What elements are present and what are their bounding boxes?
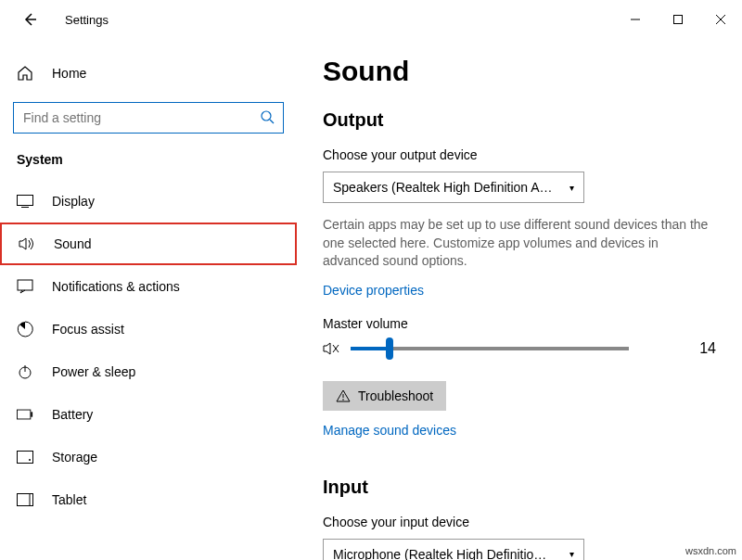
tablet-icon [17, 493, 33, 506]
focus-icon [17, 321, 33, 337]
home-icon [17, 65, 33, 82]
volume-value: 14 [699, 340, 716, 357]
sidebar-item-battery[interactable]: Battery [0, 393, 297, 436]
volume-slider[interactable] [351, 347, 629, 350]
minimize-icon [631, 15, 640, 24]
svg-rect-16 [18, 494, 33, 506]
sound-icon [19, 236, 35, 251]
speaker-muted-icon[interactable] [323, 340, 341, 357]
svg-line-6 [270, 120, 274, 123]
warning-icon [336, 389, 351, 402]
sidebar: Home System Display Sound Notifications … [0, 39, 297, 560]
svg-point-5 [262, 111, 271, 121]
search-icon [260, 109, 275, 124]
svg-rect-9 [18, 280, 32, 290]
output-description: Certain apps may be set up to use differ… [323, 216, 716, 271]
troubleshoot-label: Troubleshoot [358, 388, 433, 403]
sidebar-item-power[interactable]: Power & sleep [0, 350, 297, 393]
display-icon [17, 195, 33, 208]
input-choose-label: Choose your input device [323, 515, 716, 529]
sidebar-item-storage[interactable]: Storage [0, 436, 297, 478]
watermark: wsxdn.com [685, 545, 736, 556]
notifications-icon [17, 279, 33, 294]
maximize-icon [673, 15, 683, 24]
close-icon [716, 15, 725, 24]
search-input[interactable] [13, 102, 284, 134]
sidebar-item-label: Tablet [52, 492, 86, 507]
output-device-value: Speakers (Realtek High Definition A… [333, 180, 553, 195]
device-properties-link[interactable]: Device properties [323, 283, 424, 298]
slider-fill [351, 347, 390, 350]
svg-rect-2 [674, 16, 683, 24]
master-volume-label: Master volume [323, 316, 716, 331]
content-pane: Sound Output Choose your output device S… [297, 39, 742, 560]
manage-devices-link[interactable]: Manage sound devices [323, 423, 456, 438]
power-icon [17, 363, 33, 380]
output-choose-label: Choose your output device [323, 147, 716, 162]
category-heading: System [0, 152, 297, 180]
slider-thumb [386, 337, 393, 360]
page-title: Sound [323, 56, 716, 87]
chevron-down-icon: ▾ [569, 183, 574, 193]
input-heading: Input [323, 477, 716, 498]
home-label: Home [52, 66, 86, 81]
close-button[interactable] [699, 0, 742, 39]
sidebar-item-label: Focus assist [52, 322, 124, 337]
back-button[interactable] [20, 10, 39, 29]
titlebar: Settings [0, 0, 742, 39]
output-heading: Output [323, 109, 716, 131]
sidebar-item-display[interactable]: Display [0, 180, 297, 223]
input-device-select[interactable]: Microphone (Realtek High Definitio… ▾ [323, 539, 584, 560]
svg-rect-12 [17, 410, 30, 419]
maximize-button[interactable] [657, 0, 699, 39]
troubleshoot-button[interactable]: Troubleshoot [323, 381, 446, 411]
sidebar-item-label: Power & sleep [52, 364, 135, 379]
svg-rect-7 [18, 196, 33, 206]
sidebar-item-label: Battery [52, 407, 93, 422]
storage-icon [17, 451, 33, 464]
sidebar-item-label: Storage [52, 450, 97, 465]
sidebar-item-home[interactable]: Home [0, 57, 297, 89]
sidebar-item-label: Sound [54, 236, 91, 251]
svg-point-15 [29, 459, 31, 461]
input-device-value: Microphone (Realtek High Definitio… [333, 547, 546, 560]
minimize-button[interactable] [614, 0, 657, 39]
sidebar-item-label: Display [52, 194, 95, 209]
sidebar-item-label: Notifications & actions [52, 279, 180, 294]
sidebar-item-sound[interactable]: Sound [0, 223, 297, 265]
output-device-select[interactable]: Speakers (Realtek High Definition A… ▾ [323, 172, 584, 203]
sidebar-item-tablet[interactable]: Tablet [0, 478, 297, 521]
chevron-down-icon: ▾ [569, 549, 574, 559]
sidebar-item-notifications[interactable]: Notifications & actions [0, 265, 297, 308]
window-title: Settings [65, 13, 109, 27]
svg-rect-13 [31, 412, 32, 416]
battery-icon [17, 409, 33, 420]
svg-rect-14 [18, 452, 33, 464]
svg-point-21 [342, 399, 344, 401]
sidebar-item-focus[interactable]: Focus assist [0, 308, 297, 350]
arrow-left-icon [22, 12, 37, 27]
